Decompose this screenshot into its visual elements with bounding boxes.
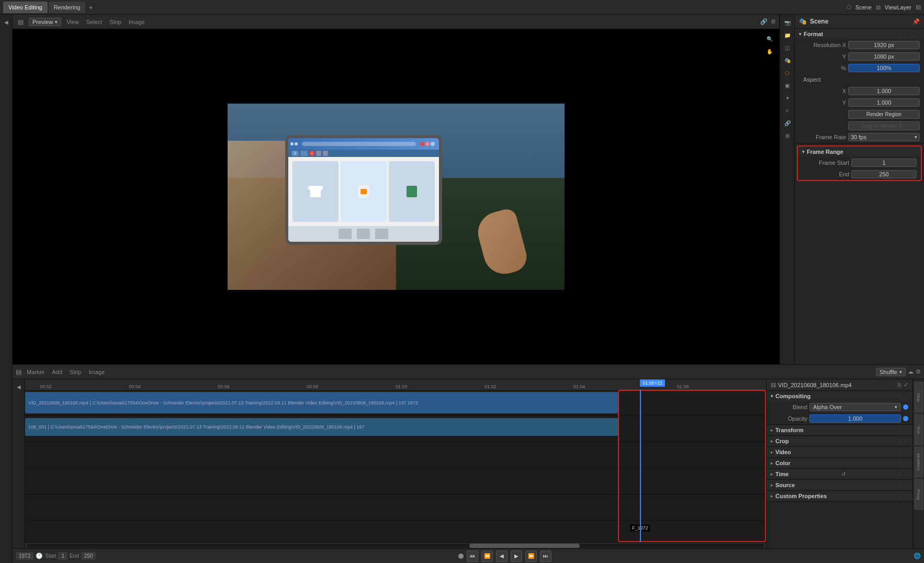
render-region-button[interactable]: Render Region	[848, 110, 920, 119]
output-icon[interactable]: 📁	[782, 29, 793, 41]
color-header[interactable]: ▸ Color ⋮⋮	[767, 458, 912, 468]
checker-icon[interactable]: ⊞	[782, 130, 793, 141]
strip-menu-timeline[interactable]: Strip	[67, 369, 84, 375]
scene-data-icon[interactable]: 🎭	[782, 54, 793, 66]
video-header[interactable]: ▸ Video ⋮⋮	[767, 447, 912, 457]
prev-frame-button[interactable]: ⏪	[481, 550, 493, 562]
render-icon[interactable]: 📷	[782, 17, 793, 28]
timeline-settings-icon[interactable]: ⚙	[916, 368, 921, 375]
strip-check-icon[interactable]: ✓	[904, 381, 908, 388]
blend-label: Blend	[771, 404, 807, 410]
time-extra-icon[interactable]: ↺	[841, 471, 846, 477]
link-icon[interactable]: 🔗	[760, 18, 768, 25]
timeline-area: ▤ Marker Add Strip Image Shuffle ▾ ☁ ⚙	[13, 364, 924, 563]
add-menu[interactable]: Add	[50, 369, 64, 375]
editor-type-icon[interactable]: ▤	[16, 17, 26, 27]
tab-rendering[interactable]: Rendering	[49, 2, 86, 13]
aspect-x-input[interactable]: 1.000	[848, 87, 920, 95]
compositing-header[interactable]: ▾ Compositing ⋮⋮	[767, 391, 912, 401]
add-tab-button[interactable]: +	[86, 3, 95, 12]
resolution-y-input[interactable]: 1080 px	[848, 52, 920, 61]
end-value[interactable]: 250	[81, 552, 96, 560]
resolution-percent-input[interactable]: 100%	[848, 64, 920, 72]
shirt-item-1	[292, 161, 339, 222]
preview-dropdown[interactable]: Preview ▾	[29, 18, 61, 26]
go-start-button[interactable]: ⏮	[467, 550, 478, 562]
preview-label: Preview	[32, 19, 53, 25]
constraints-icon[interactable]: 🔗	[782, 117, 793, 129]
start-value[interactable]: 1	[58, 552, 67, 560]
shuffle-label: Shuffle	[880, 369, 897, 375]
source-header[interactable]: ▸ Source ⋮⋮	[767, 480, 912, 490]
side-tab-tool[interactable]: Tool	[914, 414, 923, 445]
frame-rate-dropdown[interactable]: 30 fps ▾	[848, 133, 920, 141]
side-tab-strip[interactable]: Strip	[914, 381, 923, 413]
current-frame-display: 1972	[16, 552, 33, 560]
physics-icon[interactable]: ⚛	[782, 105, 793, 116]
select-menu[interactable]: Select	[84, 19, 105, 25]
panel-pin-icon[interactable]: 📌	[912, 18, 920, 25]
shirt-item-2	[341, 161, 387, 222]
settings-icon[interactable]: ⚙	[771, 18, 776, 25]
timeline-collapse-icon[interactable]: ◀	[14, 381, 24, 392]
frame-rate-value: 30 fps	[851, 134, 866, 140]
image-menu-timeline[interactable]: Image	[86, 369, 107, 375]
next-frame-button[interactable]: ⏩	[525, 550, 537, 562]
timeline-scrollbar[interactable]	[25, 542, 766, 548]
resolution-x-input[interactable]: 1920 px	[848, 41, 920, 49]
start-label: Start	[45, 553, 56, 559]
shuffle-dropdown[interactable]: Shuffle ▾	[876, 368, 906, 376]
scene-workspace-label[interactable]: Scene	[855, 4, 872, 10]
viewlayer-workspace-label[interactable]: ViewLayer	[885, 4, 911, 10]
strip-menu[interactable]: Strip	[107, 19, 123, 25]
resolution-x-label: Resolution X	[799, 42, 846, 48]
transform-header[interactable]: ▸ Transform ⋮⋮	[767, 425, 912, 435]
ruler-marks: 00:52 00:54 00:56 00:58 01:00 01:02 01:0…	[25, 379, 766, 389]
source-section: ▸ Source ⋮⋮	[767, 480, 912, 491]
record-button[interactable]	[458, 554, 464, 559]
time-arrow: ▸	[771, 471, 773, 477]
format-section-header[interactable]: ▾ Format ⋮⋮ ⋮⋮	[795, 29, 924, 39]
view-menu[interactable]: View	[64, 19, 81, 25]
sidebar-collapse-icon[interactable]: ◀	[1, 17, 12, 27]
tab-video-editing[interactable]: Video Editing	[3, 2, 48, 13]
track-4	[25, 468, 766, 494]
format-section-menu[interactable]: ⋮⋮	[909, 31, 920, 37]
play-reverse-button[interactable]: ◀	[496, 550, 508, 562]
play-button[interactable]: ▶	[511, 550, 522, 562]
scrollbar-track[interactable]	[27, 544, 764, 548]
crop-header[interactable]: ▸ Crop ⋮⋮	[767, 436, 912, 446]
opacity-input[interactable]: 1.000	[809, 414, 901, 423]
track-clip-1[interactable]: VID_20210608_180106.mp4 | C:\Users\sesa6…	[25, 392, 618, 413]
particles-icon[interactable]: ✦	[782, 92, 793, 104]
frame-end-input[interactable]: 250	[851, 170, 917, 178]
strip-copy-icon[interactable]: ⎘	[898, 382, 902, 388]
playback-options-icon[interactable]: 🌐	[914, 553, 921, 559]
custom-properties-header[interactable]: ▸ Custom Properties ⋮⋮	[767, 491, 912, 501]
format-section-title: Format	[804, 31, 823, 37]
frame-end-row: End 250	[798, 168, 921, 180]
hand-tool-icon[interactable]: ✋	[764, 46, 775, 57]
world-icon[interactable]: ⬡	[782, 67, 793, 78]
timeline-editor-icon[interactable]: ▤	[16, 368, 21, 376]
image-menu[interactable]: Image	[127, 19, 147, 25]
frame-start-input[interactable]: 1	[851, 159, 917, 167]
marker-menu[interactable]: Marker	[25, 369, 47, 375]
frame-range-section: ▾ Frame Range ⋮⋮ Frame Start 1 End 250	[797, 145, 922, 181]
side-tab-modifiers[interactable]: Modifiers	[914, 446, 923, 478]
blend-dropdown[interactable]: Alpha Over ▾	[809, 403, 901, 411]
channel-icon[interactable]: ☁	[908, 368, 914, 375]
scrollbar-thumb[interactable]	[469, 544, 580, 548]
go-end-button[interactable]: ⏭	[540, 550, 551, 562]
side-tab-proxy[interactable]: Proxy	[914, 479, 923, 510]
aspect-label: Aspect	[799, 76, 920, 83]
zoom-icon[interactable]: 🔍	[764, 33, 775, 44]
scene-panel-icon: 🎭	[799, 18, 807, 25]
crop-render-button[interactable]: Crop to Render R...	[848, 121, 920, 130]
track-clip-2[interactable]: 106_001 | C:\Users\sesa617564\OneDrive -…	[25, 418, 618, 436]
object-icon[interactable]: ▣	[782, 80, 793, 91]
view-layer-icon[interactable]: ◫	[782, 42, 793, 53]
time-header[interactable]: ▸ Time ↺ ⋮⋮	[767, 469, 912, 479]
aspect-y-input[interactable]: 1.000	[848, 98, 920, 107]
frame-range-header[interactable]: ▾ Frame Range ⋮⋮	[798, 147, 921, 157]
